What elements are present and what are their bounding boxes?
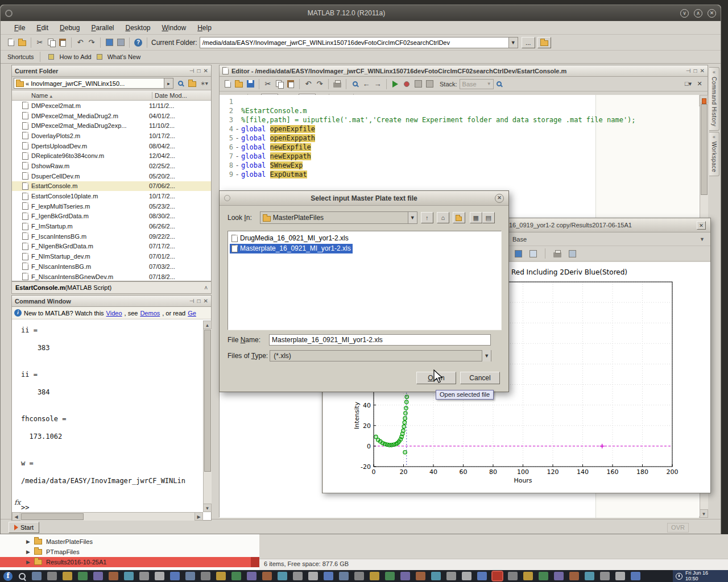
window-menu-icon[interactable] [5, 10, 13, 17]
file-row[interactable]: EstartConsole.m07/06/2... [12, 181, 211, 192]
file-row[interactable]: F_lexpMultiTseries.m05/23/2... [12, 201, 211, 211]
browse-button[interactable]: ... [522, 37, 535, 48]
code-line[interactable]: 4-global openExpfile [220, 124, 636, 134]
close-button[interactable]: ✕ [708, 9, 716, 18]
taskbar-icon[interactable] [109, 572, 118, 580]
file-row[interactable]: DReplicate96to384conv.m12/04/2... [12, 151, 211, 161]
up-folder-button[interactable] [537, 37, 551, 48]
search-icon[interactable] [175, 78, 185, 89]
dialog-file-row[interactable]: DrugMedia_16_0921_MI_yor1-2.xls [228, 233, 501, 243]
stack-dropdown[interactable]: Base ▼ [460, 79, 494, 89]
demos-link[interactable]: Demos [140, 310, 160, 317]
chevron-down-icon[interactable]: ▸ [164, 78, 173, 88]
taskbar-icon[interactable] [339, 572, 349, 580]
dialog-title-bar[interactable]: Select input Master Plate text file ✕ [220, 191, 508, 206]
file-row[interactable]: DoverlayPlots2.m10/17/2... [12, 131, 211, 141]
taskbar-icon[interactable] [139, 572, 149, 580]
breakpoint-dash[interactable] [233, 97, 241, 106]
start-button[interactable]: Start [9, 522, 39, 533]
dialog-file-list[interactable]: DrugMedia_16_0921_MI_yor1-2.xlsMasterpla… [228, 231, 502, 330]
applications-menu-icon[interactable]: f [3, 572, 13, 581]
guide-icon[interactable] [115, 37, 126, 48]
file-type-dropdown[interactable]: (*.xls) ▼ [270, 350, 491, 361]
copy-icon[interactable] [46, 37, 57, 48]
close-figure-icon[interactable]: ✕ [697, 221, 706, 230]
breakpoint-dash[interactable]: - [233, 161, 241, 170]
figure-options-icon[interactable] [566, 248, 578, 259]
line-number[interactable]: 1 [220, 97, 233, 106]
code-line[interactable]: 5-global openExppath [220, 134, 636, 143]
taskbar-icon[interactable] [201, 572, 210, 580]
breakpoint-dash[interactable]: - [233, 152, 241, 161]
scroll-down-icon[interactable]: ▼ [700, 509, 708, 518]
menu-file[interactable]: File [9, 23, 31, 33]
taskbar-icon[interactable] [262, 572, 272, 580]
file-row[interactable]: DshowRaw.m02/25/2... [12, 161, 211, 171]
taskbar-icon[interactable] [508, 572, 518, 580]
actions-gear-icon[interactable]: ∗▾ [199, 78, 209, 89]
file-detail-bar[interactable]: EstartConsole.m (MATLAB Script) ˄ [11, 281, 212, 294]
taskbar-icon[interactable] [354, 572, 364, 580]
code-line[interactable]: 7-global newExppath [220, 152, 636, 161]
getting-started-link[interactable]: Ge [188, 310, 196, 317]
line-number[interactable]: 6 [220, 143, 233, 152]
menu-desktop[interactable]: Desktop [119, 23, 156, 33]
menu-help[interactable]: Help [192, 23, 217, 33]
menu-window[interactable]: Window [156, 23, 192, 33]
file-row[interactable]: F_NIscanIntensBGnewDev.m07/18/2... [12, 272, 211, 282]
scroll-left-icon[interactable]: ◀ [12, 512, 20, 521]
copy-icon[interactable] [274, 78, 285, 90]
expander-icon[interactable]: ▶ [26, 549, 32, 555]
folder-row[interactable]: ▶PTmapFiles [0, 547, 259, 557]
taskbar-icon[interactable] [278, 572, 287, 580]
taskbar-icon-active[interactable] [493, 572, 502, 580]
folder-row[interactable]: ▶Results2016-10-25A1 [0, 557, 259, 567]
file-row[interactable]: F_IscanIntensBG.m09/22/2... [12, 231, 211, 242]
mlint-warning-marker[interactable] [702, 98, 706, 104]
minimize-button[interactable]: ∨ [680, 9, 689, 18]
shortcut-how-to-add[interactable]: How to Add [59, 53, 91, 60]
file-name-input[interactable] [269, 334, 491, 346]
save-icon[interactable] [245, 78, 256, 90]
expander-icon[interactable]: ▶ [26, 539, 32, 544]
breakpoint-dash[interactable]: - [233, 170, 241, 179]
scroll-right-icon[interactable]: ▶ [195, 512, 203, 521]
breakpoint-dash[interactable]: - [233, 143, 241, 152]
redo-icon[interactable]: ↷ [86, 37, 97, 48]
shortcut-whats-new[interactable]: What's New [107, 53, 140, 60]
fx-icon[interactable]: fx [14, 498, 20, 506]
print-icon[interactable] [332, 78, 343, 90]
breakpoint-dash[interactable]: - [233, 134, 241, 143]
file-row[interactable]: DMPexcel2mat.m11/11/2... [12, 101, 211, 111]
taskbar-icon[interactable] [247, 572, 257, 580]
grid-view-icon[interactable]: ▦ [470, 212, 482, 223]
maximize-panel-icon[interactable]: □ [694, 68, 697, 74]
taskbar-icon[interactable] [32, 572, 42, 580]
simulink-icon[interactable] [104, 37, 115, 48]
figure-grid-icon[interactable] [527, 248, 539, 259]
cut-icon[interactable]: ✂ [262, 78, 274, 90]
up-one-level-icon[interactable]: ↑ [421, 212, 433, 223]
chevron-down-icon[interactable]: ▼ [482, 350, 491, 361]
expander-icon[interactable]: ▶ [26, 559, 32, 565]
taskbar-icon[interactable] [155, 572, 164, 580]
file-row[interactable]: DMPexcel2mat_MediaDrug2.m04/01/2... [12, 111, 211, 121]
function-search-icon[interactable] [494, 78, 505, 90]
vertical-scrollbar[interactable]: ▲ ▼ [203, 321, 212, 512]
line-number[interactable]: 4 [220, 124, 233, 134]
current-folder-header[interactable]: Current Folder ⊣ □ ✕ [12, 65, 211, 77]
forward-icon[interactable]: → [372, 78, 383, 90]
code-line[interactable]: 1 [220, 97, 636, 106]
undo-icon[interactable]: ↶ [75, 37, 86, 48]
scroll-up-icon[interactable]: ▲ [203, 321, 212, 329]
taskbar-icon[interactable] [539, 572, 548, 580]
taskbar-icon[interactable] [631, 572, 640, 580]
folder-row[interactable]: ▶MasterPlateFiles [0, 537, 259, 547]
redo-icon[interactable]: ↷ [314, 78, 325, 90]
taskbar-icon[interactable] [231, 572, 241, 580]
taskbar-icon[interactable] [124, 572, 134, 580]
collapse-chevron-icon[interactable]: ˄ [204, 285, 208, 291]
taskbar-icon[interactable] [523, 572, 533, 580]
line-number[interactable]: 8 [220, 161, 233, 170]
breakpoint-dash[interactable] [233, 115, 241, 124]
